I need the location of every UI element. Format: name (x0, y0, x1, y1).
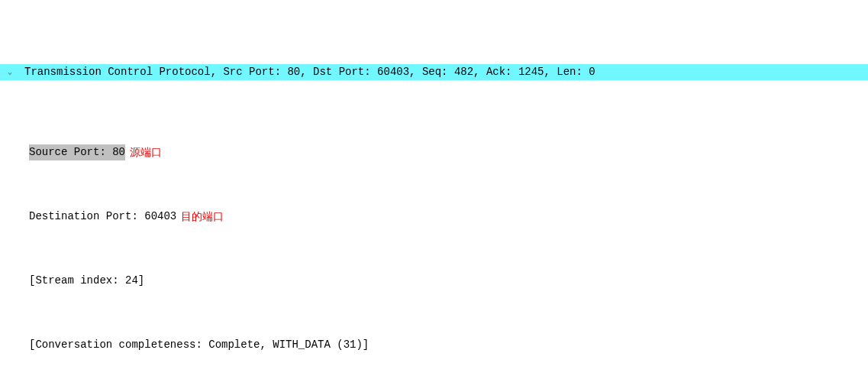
packet-details-tree: ⌄Transmission Control Protocol, Src Port… (0, 0, 868, 392)
field-conv-completeness[interactable]: [Conversation completeness: Complete, WI… (0, 337, 868, 353)
chevron-down-icon[interactable]: ⌄ (6, 64, 14, 78)
field-source-port: Source Port: 80 (29, 144, 125, 160)
field-source-port-row[interactable]: Source Port: 80源端口 (0, 144, 868, 160)
field-dest-port: Destination Port: 60403 (29, 209, 176, 225)
field-dest-port-row[interactable]: Destination Port: 60403目的端口 (0, 209, 868, 225)
tcp-header-text: Transmission Control Protocol, Src Port:… (24, 64, 595, 80)
stream-index-text: [Stream index: 24] (29, 273, 144, 289)
annotation-dest-port: 目的端口 (176, 209, 224, 225)
annotation-source-port: 源端口 (125, 144, 162, 160)
field-tcp-header[interactable]: ⌄Transmission Control Protocol, Src Port… (0, 64, 868, 80)
field-stream-index[interactable]: [Stream index: 24] (0, 273, 868, 289)
conv-completeness-text: [Conversation completeness: Complete, WI… (29, 337, 369, 353)
